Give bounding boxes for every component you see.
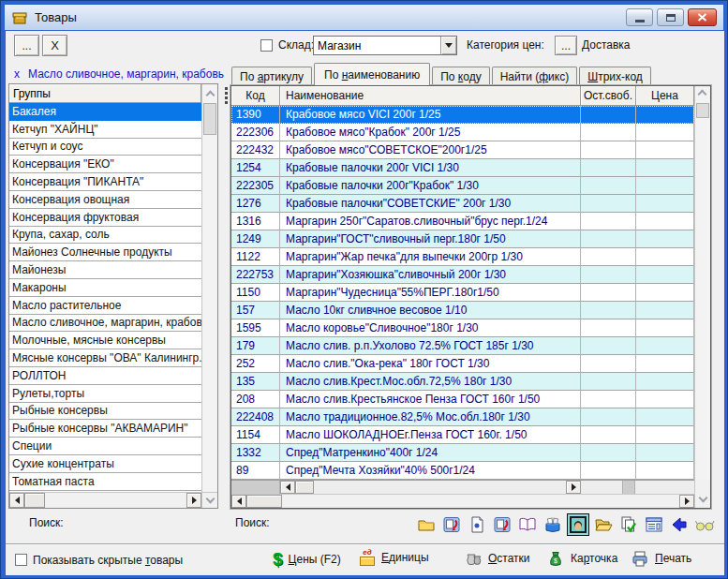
scroll-right-button[interactable] [679,495,694,508]
warehouse-select[interactable]: Магазин [313,36,457,55]
group-list-item[interactable]: Томатная паста [9,473,201,491]
group-list-item[interactable]: Майонез Солнечные продукты [9,244,201,261]
group-list-item[interactable]: Рыбные консервы [9,403,201,421]
table-row[interactable]: 1316 Маргарин 250г"Саратов.сливочный"бру… [231,213,694,230]
open-book-icon[interactable] [516,513,539,536]
tab-by-name[interactable]: По наименованию [314,63,430,85]
more-button[interactable]: ... [14,35,39,56]
group-list-item[interactable]: Макароны [9,279,201,297]
group-list-item[interactable]: Сухие концентраты [9,455,201,473]
group-list-item[interactable]: Майонезы [9,261,201,279]
maximize-button[interactable] [657,8,684,26]
doc-import-icon[interactable] [440,513,463,536]
scroll-up-button[interactable] [201,84,217,103]
group-list-item[interactable]: Молочные, мясные консервы [9,332,201,349]
table-row[interactable]: 157 Масло 10кг сливчное весовое 1/10 [231,302,694,319]
tab-barcode[interactable]: Штрих-код [579,67,651,85]
table-row[interactable]: 222753 Маргарин"Хозяюшка"сливочный 200г … [231,266,694,284]
table-row[interactable]: 1150 Маргарин"Чудесница"55%ПЕРГ.180г1/50 [231,284,694,302]
table-row[interactable]: 179 Масло слив. р.п.Ухолово 72.5% ГОСТ 1… [231,337,694,355]
table-vscrollbar[interactable] [694,86,710,480]
hscroll-thumb[interactable] [246,495,282,508]
tab-find-fixed[interactable]: Найти (фикс) [492,67,578,85]
hscroll-track[interactable] [282,495,679,508]
table-row[interactable]: 1254 Крабовые палочки 200г VICI 1/30 [231,159,694,177]
prices-button[interactable]: $ Цены (F2) [273,549,341,570]
table-row[interactable]: 252 Масло слив."Ока-река" 180г ГОСТ 1/30 [231,355,694,373]
column-header-price[interactable]: Цена [636,86,694,106]
dropdown-button[interactable] [440,37,456,54]
tab-by-code[interactable]: По коду [432,67,489,85]
group-list-item[interactable]: Специи [9,438,201,455]
scroll-left-button[interactable] [9,493,24,508]
folder-closed-icon[interactable] [415,513,438,536]
group-list-item[interactable]: Консервация фруктовая [9,209,201,227]
vscroll-thumb[interactable] [203,103,216,135]
print-button[interactable]: Печать [631,549,691,568]
scroll-right-button[interactable] [186,493,201,508]
group-list-item[interactable]: Масло сливочное, маргарин, крабовы [9,315,201,333]
active-group-filter[interactable]: xМасло сливочное, маргарин, крабовь [14,67,224,81]
table-hscrollbar[interactable] [231,494,694,508]
group-list-item[interactable]: Консервация "ПИКАНТА" [9,173,201,191]
table-row[interactable]: 1595 Масло коровье"Сливочное"180г 1/30 [231,319,694,337]
scroll-right-button[interactable] [566,481,581,494]
group-list-item[interactable]: Крупа, сахар, соль [9,227,201,245]
scroll-down-button[interactable] [694,480,710,508]
scroll-down-button[interactable] [201,492,217,508]
table-row[interactable]: 222305 Крабовые палочки 200г"Крабок" 1/3… [231,177,694,195]
column-header-code[interactable]: Код [231,86,280,106]
group-list-item[interactable]: Консервация "ЕКО" [9,156,201,173]
group-list-item[interactable]: Кетчуп "ХАЙНЦ" [9,121,201,139]
group-list-item[interactable]: Кетчуп и соус [9,139,201,156]
group-list-item[interactable]: Масло растительное [9,297,201,315]
table-row[interactable]: 208 Масло слив.Крестьянское Пенза ГОСТ 1… [231,391,694,408]
title-bar[interactable]: Товары [5,5,723,30]
hscroll-thumb[interactable] [295,481,314,494]
groups-hscrollbar[interactable] [9,492,201,508]
warehouse-checkbox[interactable] [260,39,273,52]
group-list-item[interactable]: Рулеты,торты [9,385,201,403]
filter-clear-x[interactable]: x [14,67,20,81]
units-button[interactable]: ед Единицы [359,549,429,566]
picture-icon[interactable] [567,513,589,536]
table-row[interactable]: 89 Спред"Мечта Хозяйки"40% 500г1/24 [231,462,694,480]
group-list-item[interactable]: Мясные консервы "ОВА" Калинингр. [9,349,201,367]
groups-vscrollbar[interactable] [201,103,217,492]
table-row[interactable]: 1249 Маргарин"ГОСТ"сливочный перг.180г 1… [231,230,694,248]
close-button[interactable] [688,8,717,26]
card-file-icon[interactable] [542,513,564,536]
table-row[interactable]: 1276 Крабовые палочки"СОВЕТСКИЕ" 200г 1/… [231,195,694,213]
table-row[interactable]: 1332 Спред"Матренкино"400г 1/24 [231,444,694,462]
price-category-button[interactable]: ... [555,36,577,55]
group-list-item[interactable]: Бакалея [9,103,201,121]
doc-preview-icon[interactable] [466,513,488,536]
show-hidden-checkbox[interactable] [15,554,27,566]
table-row[interactable]: 1154 Масло ШОКОЛАДНОЕг.Пенза ГОСТ 160г. … [231,426,694,444]
folder-open-icon[interactable] [592,513,615,536]
table-row[interactable]: 1390 Крабовое мясо VICI 200г 1/25 [231,106,694,124]
clear-filter-button[interactable]: X [42,35,67,56]
table-row[interactable]: 222432 Крабовое мясо"СОВЕТСКОЕ"200г1/25 [231,141,694,159]
table-row[interactable]: 222306 Крабовое мясо"Крабок" 200г 1/25 [231,124,694,141]
panel-splitter[interactable] [225,87,228,104]
scroll-left-button[interactable] [280,481,295,494]
hscroll-thumb[interactable] [24,493,45,508]
tab-by-article[interactable]: По артикулу [231,67,312,85]
minimize-button[interactable] [626,8,653,26]
column-header-free[interactable]: Ост.своб. [581,86,636,106]
stock-button[interactable]: Остатки [464,549,530,568]
card-button[interactable]: $ Карточка [546,549,617,568]
glasses-icon[interactable] [693,513,716,536]
vscroll-thumb[interactable] [696,103,709,118]
group-list-item[interactable]: РОЛЛТОН [9,367,201,385]
table-row[interactable]: 135 Масло слив.Крест.Мос.обл.72,5% 180г … [231,373,694,391]
table-row[interactable]: 1122 Маргарин"Жар печка"для выпечки 200г… [231,248,694,266]
groups-header[interactable]: Группы [9,84,201,103]
hscroll-track[interactable] [45,493,186,508]
table-row[interactable]: 222408 Масло традиционное.82,5% Мос.обл.… [231,408,694,426]
doc-import2-icon[interactable] [491,513,513,536]
group-list-item[interactable]: Рыбные консервы "АКВАМАРИН" [9,420,201,438]
chevron-up-icon[interactable] [698,90,707,99]
list-view-icon[interactable] [643,513,665,536]
